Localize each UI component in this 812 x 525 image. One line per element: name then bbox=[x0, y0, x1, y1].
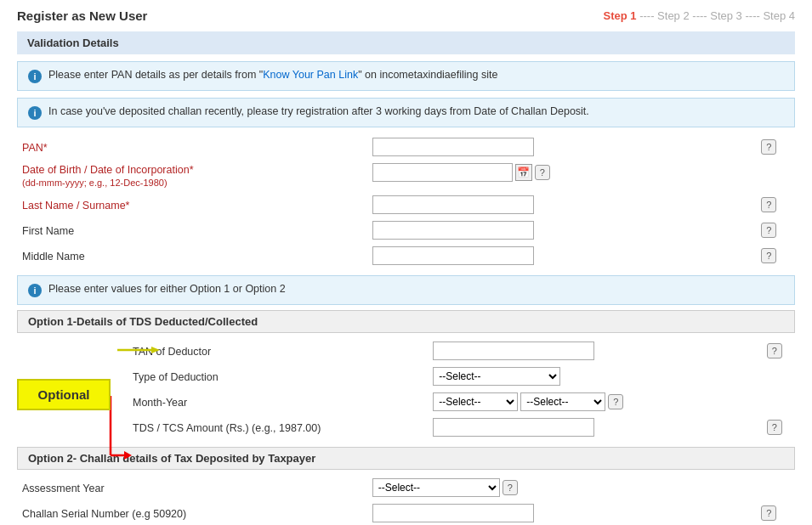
year-select[interactable]: --Select-- 2023202220212020 bbox=[520, 392, 605, 411]
info-icon-2: i bbox=[28, 106, 42, 120]
basic-details-table: PAN* ? Date of Birth / Date of Incorpora… bbox=[17, 134, 795, 268]
tds-amount-row: TDS / TCS Amount (Rs.) (e.g., 1987.00) ? bbox=[128, 415, 795, 440]
pan-input[interactable] bbox=[372, 138, 534, 156]
step2-label: Step 2 bbox=[657, 9, 690, 22]
step-sep2: ---- bbox=[692, 9, 710, 22]
page-title: Register as New User bbox=[17, 8, 147, 23]
type-of-deduction-row: Type of Deduction --Select-- TDS TCS bbox=[128, 364, 795, 389]
pan-label: PAN* bbox=[22, 142, 48, 154]
dob-help-button[interactable]: ? bbox=[535, 165, 550, 180]
optional-badge: Optional bbox=[17, 379, 111, 410]
info-text-2: In case you've deposited challan recentl… bbox=[48, 105, 589, 117]
info-box-3: i Please enter values for either Option … bbox=[17, 275, 795, 305]
challan-label: Challan Serial Number (e.g 50920) bbox=[22, 508, 186, 520]
option2-table: Assessment Year --Select-- 2023-242022-2… bbox=[17, 475, 795, 525]
lastname-row: Last Name / Surname* ? bbox=[17, 192, 795, 217]
info-text-1: Please enter PAN details as per details … bbox=[48, 69, 497, 81]
middlename-input[interactable] bbox=[372, 246, 534, 265]
svg-marker-1 bbox=[151, 347, 160, 353]
step-sep3: ---- bbox=[745, 9, 763, 22]
month-year-help-button[interactable]: ? bbox=[608, 394, 623, 409]
type-deduction-select[interactable]: --Select-- TDS TCS bbox=[433, 367, 560, 386]
calendar-button[interactable]: 📅 bbox=[515, 164, 532, 181]
assessment-year-help-button[interactable]: ? bbox=[503, 480, 518, 495]
pan-help-button[interactable]: ? bbox=[761, 139, 776, 155]
tds-amount-input[interactable] bbox=[433, 418, 594, 437]
tds-amount-help-button[interactable]: ? bbox=[767, 420, 782, 435]
dob-label: Date of Birth / Date of Incorporation* bbox=[22, 164, 194, 176]
assessment-year-select[interactable]: --Select-- 2023-242022-232021-222020-21 bbox=[372, 478, 500, 497]
lastname-help-button[interactable]: ? bbox=[761, 197, 776, 212]
challan-serial-row: Challan Serial Number (e.g 50920) ? bbox=[17, 500, 795, 525]
info-icon-3: i bbox=[28, 284, 42, 297]
firstname-input[interactable] bbox=[372, 221, 534, 240]
firstname-help-button[interactable]: ? bbox=[761, 223, 776, 238]
svg-marker-4 bbox=[124, 451, 132, 460]
step4-label: Step 4 bbox=[763, 9, 795, 22]
dob-sub: (dd-mmm-yyyy; e.g., 12-Dec-1980) bbox=[22, 178, 168, 188]
lastname-label: Last Name / Surname* bbox=[22, 200, 129, 212]
step-sep1: ---- bbox=[639, 9, 657, 22]
middlename-help-button[interactable]: ? bbox=[761, 248, 776, 263]
tan-row: TAN of Deductor ? bbox=[128, 338, 795, 364]
tan-help-button[interactable]: ? bbox=[767, 343, 782, 358]
month-select[interactable]: --Select-- JanuaryFebruaryMarch AprilMay… bbox=[433, 392, 518, 411]
info-box-2: i In case you've deposited challan recen… bbox=[17, 98, 795, 127]
month-year-row: Month-Year --Select-- JanuaryFebruaryMar… bbox=[128, 389, 795, 415]
challan-help-button[interactable]: ? bbox=[761, 505, 776, 521]
validation-section-header: Validation Details bbox=[17, 31, 795, 54]
step3-label: Step 3 bbox=[710, 9, 742, 22]
option2-header: Option 2- Challan details of Tax Deposit… bbox=[17, 447, 795, 470]
month-year-label: Month-Year bbox=[133, 397, 187, 409]
info-box-1: i Please enter PAN details as per detail… bbox=[17, 61, 795, 91]
lastname-input[interactable] bbox=[372, 195, 534, 214]
assessment-year-row: Assessment Year --Select-- 2023-242022-2… bbox=[17, 475, 795, 500]
tan-input[interactable] bbox=[433, 342, 594, 360]
header-row: Register as New User Step 1 ---- Step 2 … bbox=[17, 8, 795, 23]
option1-header: Option 1-Details of TDS Deducted/Collect… bbox=[17, 310, 795, 333]
middlename-row: Middle Name ? bbox=[17, 243, 795, 268]
tds-amount-label: TDS / TCS Amount (Rs.) (e.g., 1987.00) bbox=[133, 422, 321, 434]
arrow-right-annotation bbox=[117, 342, 160, 358]
type-deduction-label: Type of Deduction bbox=[133, 371, 219, 383]
pan-row: PAN* ? bbox=[17, 134, 795, 160]
challan-input[interactable] bbox=[372, 504, 534, 522]
option1-table: TAN of Deductor ? Type of Deduction --Se… bbox=[128, 338, 795, 440]
know-your-pan-link[interactable]: Know Your Pan Link bbox=[263, 69, 358, 81]
dob-input[interactable] bbox=[372, 163, 513, 182]
step1-label: Step 1 bbox=[604, 9, 637, 22]
middlename-label: Middle Name bbox=[22, 251, 85, 262]
firstname-row: First Name ? bbox=[17, 217, 795, 243]
firstname-label: First Name bbox=[22, 225, 74, 237]
info-text-3: Please enter values for either Option 1 … bbox=[48, 283, 286, 295]
dob-row: Date of Birth / Date of Incorporation* (… bbox=[17, 160, 795, 192]
info-icon-1: i bbox=[28, 70, 42, 83]
steps: Step 1 ---- Step 2 ---- Step 3 ---- Step… bbox=[604, 9, 795, 22]
